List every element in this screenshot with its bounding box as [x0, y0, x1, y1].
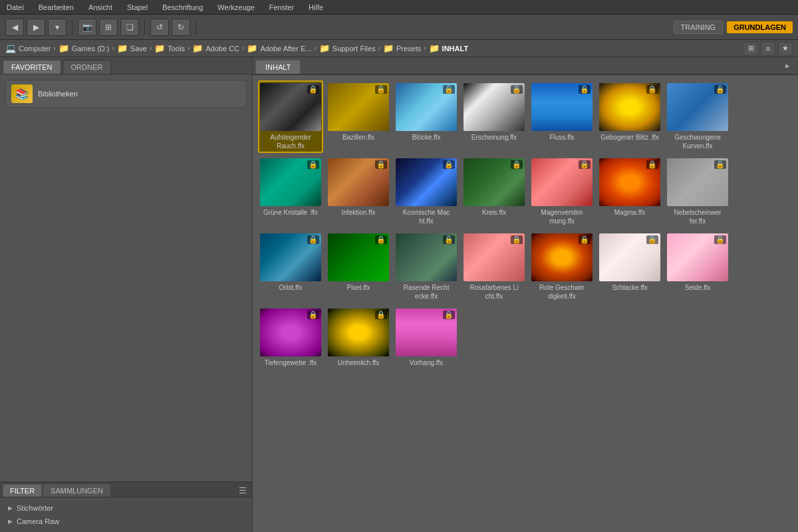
stack-button[interactable]: ⊞: [99, 19, 118, 36]
tab-sammlungen[interactable]: SAMMLUNGEN: [43, 484, 110, 497]
menu-item-werkzeuge[interactable]: Werkzeuge: [215, 2, 257, 13]
breadcrumb-aftereffects[interactable]: 📁 Adobe After E...: [247, 43, 311, 53]
library-item[interactable]: 📚 Bibliotheken: [5, 80, 247, 108]
toolbar-separator-1: [72, 20, 72, 35]
menu-item-bearbeiten[interactable]: Bearbeiten: [36, 2, 76, 13]
toolbar-right: TRAINING GRUNDLAGEN: [674, 21, 793, 34]
breadcrumb-save[interactable]: 📁 Save: [117, 43, 147, 53]
thumbnail-label: Seide.ffx: [685, 283, 711, 292]
thumbnail-image: 🔒: [667, 233, 728, 281]
thumbnail-item[interactable]: 🔒Gebogener Blitz .ffx: [597, 80, 662, 153]
thumbnail-image: 🔒: [667, 158, 728, 206]
library-icon: 📚: [11, 84, 33, 103]
tab-favoriten[interactable]: FAVORITEN: [3, 60, 61, 74]
thumbnail-label: Rosafarbenes Li cht.ffx: [464, 283, 524, 301]
filter-menu-icon[interactable]: ☰: [236, 484, 249, 497]
thumbnail-item[interactable]: 🔒Grüne Kristalle .ffx: [258, 156, 323, 228]
tab-inhalt[interactable]: INHALT: [255, 60, 301, 74]
menu-item-beschriftung[interactable]: Beschriftung: [160, 2, 205, 13]
thumbnail-item[interactable]: 🔒Kosmische Mac ht.ffx: [394, 156, 459, 228]
lock-icon: 🔒: [307, 235, 319, 244]
breadcrumb-backgrounds[interactable]: 📁 INHALT: [429, 43, 469, 53]
breadcrumb-label-save: Save: [130, 45, 147, 53]
breadcrumb-arrow-6: ›: [314, 45, 316, 52]
thumbnail-label: Rasende Recht ecke.ffx: [396, 283, 456, 301]
menu-item-fenster[interactable]: Fenster: [267, 2, 297, 13]
breadcrumb-tools[interactable]: 📁 Tools: [154, 43, 185, 53]
thumbnail-label: Fluss.ffx: [549, 133, 574, 142]
rotate-left-button[interactable]: ↺: [150, 19, 169, 36]
thumbnail-image: 🔒: [328, 233, 389, 281]
camera-button[interactable]: 📷: [78, 19, 96, 36]
thumbnail-image: 🔒: [396, 233, 457, 281]
filter-row-camera-raw[interactable]: ▶ Camera Raw: [7, 515, 245, 528]
thumbnail-image: 🔒: [328, 83, 389, 131]
filter-row-stichwörter[interactable]: ▶ Stichwörter: [7, 501, 245, 515]
thumbnail-item[interactable]: 🔒Orbit.ffx: [258, 231, 323, 303]
left-tab-bar: FAVORITEN ORDNER: [0, 57, 252, 74]
thumbnail-item[interactable]: 🔒Infektion.ffx: [326, 156, 391, 228]
tab-filter[interactable]: FILTER: [3, 484, 42, 497]
lock-icon: 🔒: [443, 160, 455, 169]
thumbnail-item[interactable]: 🔒Schlacke.ffx: [597, 231, 662, 303]
breadcrumb-computer[interactable]: 💻 Computer: [5, 43, 51, 53]
back-button[interactable]: ◀: [5, 19, 24, 36]
thumbnail-item[interactable]: 🔒Seide.ffx: [665, 231, 730, 303]
breadcrumb-adobecc[interactable]: 📁 Adobe CC: [192, 43, 239, 53]
thumbnail-item[interactable]: 🔒Magma.ffx: [597, 156, 662, 228]
thumbnail-item[interactable]: 🔒Unheimlich.ffx: [326, 306, 391, 370]
grid-view-button[interactable]: ⊞: [743, 42, 758, 55]
thumbnail-item[interactable]: 🔒Bazillen.ffx: [326, 80, 391, 153]
thumbnail-item[interactable]: 🔒Rasende Recht ecke.ffx: [394, 231, 459, 303]
lock-icon: 🔒: [375, 85, 387, 94]
rotate-right-button[interactable]: ↻: [172, 19, 190, 36]
training-badge[interactable]: TRAINING: [674, 21, 724, 34]
breadcrumb-presets[interactable]: 📁 Presets: [383, 43, 421, 53]
thumbnail-label: Aufsteigender Rauch.ffx: [261, 133, 321, 150]
thumbnail-item[interactable]: 🔒Vorhang.ffx: [394, 306, 459, 370]
arrow-icon-1: ▶: [8, 505, 13, 511]
thumbnail-item[interactable]: 🔒Kreis.ffx: [462, 156, 527, 228]
thumbnail-item[interactable]: 🔒Blöcke.ffx: [394, 80, 459, 153]
thumbnail-item[interactable]: 🔒Geschwungene Kurven.ffx: [665, 80, 730, 153]
arrow-icon-2: ▶: [8, 518, 13, 525]
menu-item-datei[interactable]: Datei: [4, 2, 27, 13]
thumbnail-item[interactable]: 🔒Magenverstim mung.ffx: [529, 156, 595, 228]
folder-icon-1: 📁: [59, 43, 69, 53]
thumbnail-label: Bazillen.ffx: [342, 133, 374, 142]
thumbnail-label: Pixel.ffx: [347, 283, 370, 292]
thumbnail-image: 🔒: [531, 158, 593, 206]
lock-icon: 🔒: [511, 85, 523, 94]
thumbnail-image: 🔒: [464, 83, 525, 131]
thumbnail-image: 🔒: [260, 233, 321, 281]
menu-item-ansicht[interactable]: Ansicht: [86, 2, 115, 13]
library-label: Bibliotheken: [38, 90, 78, 98]
breadcrumb-games[interactable]: 📁 Games (D:): [59, 43, 110, 53]
breadcrumb-arrow-4: ›: [188, 45, 190, 52]
menu-item-hilfe[interactable]: Hilfe: [306, 2, 326, 13]
breadcrumb-support[interactable]: 📁 Support Files: [319, 43, 376, 53]
left-panel: FAVORITEN ORDNER 📚 Bibliotheken FILTER S…: [0, 57, 253, 532]
thumbnail-item[interactable]: 🔒Rote Geschwin digkeit.ffx: [529, 231, 595, 303]
thumbnail-item[interactable]: 🔒Nebelscheinwer fer.ffx: [665, 156, 730, 228]
thumbnail-item[interactable]: 🔒Fluss.ffx: [529, 80, 595, 153]
lock-icon: 🔒: [375, 235, 387, 244]
star-button[interactable]: ★: [778, 42, 793, 55]
dropdown-button[interactable]: ▾: [48, 19, 66, 36]
thumbnail-label: Blöcke.ffx: [412, 133, 440, 142]
thumbnail-item[interactable]: 🔒Tiefengewebe .ffx: [258, 306, 323, 370]
list-view-button[interactable]: ≡: [761, 42, 775, 55]
stack2-button[interactable]: ❑: [120, 19, 139, 36]
thumbnail-item[interactable]: 🔒Erscheinung.ffx: [462, 80, 527, 153]
folder-icon-3: 📁: [154, 43, 165, 53]
filter-tab-bar: FILTER SAMMLUNGEN ☰: [0, 482, 252, 497]
breadcrumb-arrow-2: ›: [112, 45, 114, 52]
forward-button[interactable]: ▶: [27, 19, 45, 36]
thumbnail-item[interactable]: 🔒Aufsteigender Rauch.ffx: [258, 80, 323, 153]
thumbnail-item[interactable]: 🔒Pixel.ffx: [326, 231, 391, 303]
tab-ordner[interactable]: ORDNER: [63, 60, 112, 74]
menu-item-stapel[interactable]: Stapel: [124, 2, 150, 13]
thumbnail-item[interactable]: 🔒Rosafarbenes Li cht.ffx: [462, 231, 527, 303]
content-panel-arrow[interactable]: ▸: [785, 61, 795, 73]
grundlagen-badge[interactable]: GRUNDLAGEN: [727, 21, 793, 33]
